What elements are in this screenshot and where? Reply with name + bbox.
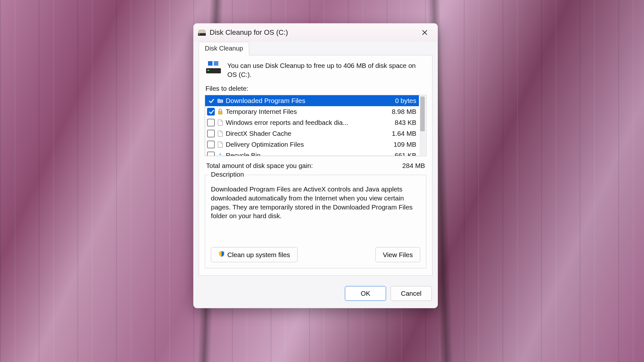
tab-row: Disk Cleanup [199, 42, 432, 55]
cleanup-system-files-label: Clean up system files [227, 251, 290, 259]
list-item-size: 843 KB [395, 119, 416, 126]
view-files-button[interactable]: View Files [375, 247, 420, 262]
scrollbar[interactable] [420, 96, 425, 155]
svg-rect-5 [207, 70, 209, 71]
list-item[interactable]: Windows error reports and feedback dia..… [205, 117, 419, 128]
tab-panel: You can use Disk Cleanup to free up to 4… [199, 55, 432, 276]
list-item-size: 0 bytes [395, 97, 416, 105]
description-box: Description Downloaded Program Files are… [205, 175, 426, 268]
close-icon [422, 30, 428, 35]
ok-button[interactable]: OK [345, 286, 386, 301]
info-row: You can use Disk Cleanup to free up to 4… [206, 61, 425, 79]
drive-icon [206, 61, 222, 79]
list-item[interactable]: Recycle Bin661 KB [205, 150, 419, 156]
list-item-size: 109 MB [393, 141, 416, 148]
checkbox[interactable] [207, 97, 215, 105]
list-item-size: 1.64 MB [392, 130, 416, 137]
checkbox[interactable] [207, 119, 215, 126]
list-item-label: Downloaded Program Files [226, 97, 393, 105]
checkbox[interactable] [207, 141, 215, 148]
scrollbar-thumb[interactable] [420, 97, 425, 131]
checkbox[interactable] [207, 130, 215, 137]
page-icon [217, 141, 224, 148]
total-label: Total amount of disk space you gain: [206, 162, 313, 170]
list-item-label: Windows error reports and feedback dia..… [226, 119, 392, 126]
tab-disk-cleanup[interactable]: Disk Cleanup [199, 42, 249, 55]
files-listbox[interactable]: Downloaded Program Files0 bytesTemporary… [205, 95, 426, 156]
lock-icon [217, 109, 224, 115]
shield-icon [218, 251, 225, 259]
list-item[interactable]: Temporary Internet Files8.98 MB [205, 106, 419, 117]
description-legend: Description [209, 171, 246, 178]
checkbox[interactable] [207, 152, 215, 156]
list-item-label: Recycle Bin [226, 152, 392, 156]
checkbox[interactable] [207, 108, 215, 116]
close-button[interactable] [417, 26, 432, 39]
description-text: Downloaded Program Files are ActiveX con… [211, 185, 420, 239]
cleanup-system-files-button[interactable]: Clean up system files [211, 247, 298, 262]
disk-cleanup-dialog: Disk Cleanup for OS (C:) Disk Cleanup Yo… [193, 23, 438, 308]
svg-rect-6 [218, 111, 222, 114]
list-item-label: Delivery Optimization Files [226, 141, 391, 148]
info-text: You can use Disk Cleanup to free up to 4… [227, 61, 425, 79]
disk-cleanup-icon [198, 29, 206, 36]
list-item[interactable]: Delivery Optimization Files109 MB [205, 139, 419, 150]
list-item-size: 8.98 MB [392, 108, 416, 116]
svg-rect-3 [214, 61, 218, 66]
list-item[interactable]: Downloaded Program Files0 bytes [205, 95, 419, 106]
list-item-label: DirectX Shader Cache [226, 130, 389, 137]
list-item-label: Temporary Internet Files [226, 108, 389, 116]
list-item[interactable]: DirectX Shader Cache1.64 MB [205, 128, 419, 139]
svg-rect-1 [199, 34, 200, 34]
svg-rect-2 [208, 61, 213, 66]
folder-icon [217, 98, 224, 104]
page-icon [217, 119, 224, 126]
page-icon [217, 130, 224, 137]
total-row: Total amount of disk space you gain: 284… [206, 162, 425, 170]
total-value: 284 MB [402, 162, 425, 170]
files-to-delete-label: Files to delete: [205, 85, 426, 92]
titlebar: Disk Cleanup for OS (C:) [194, 23, 438, 42]
recycle-icon [217, 153, 224, 156]
cancel-button[interactable]: Cancel [391, 286, 432, 301]
window-title: Disk Cleanup for OS (C:) [210, 28, 288, 37]
list-item-size: 661 KB [395, 152, 416, 156]
dialog-footer: OK Cancel [194, 281, 438, 308]
